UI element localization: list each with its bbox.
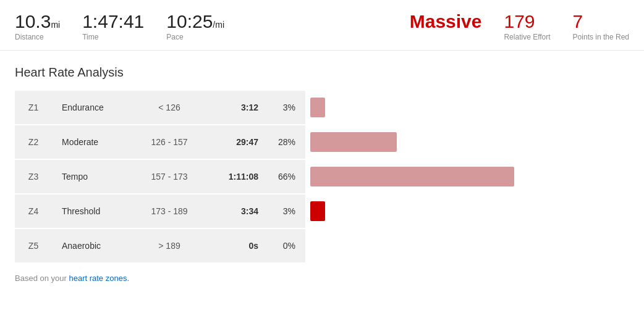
heart-rate-zones-link[interactable]: heart rate zones. [69,274,129,283]
table-row: Z5 Anaerobic > 189 0s 0% [15,229,629,262]
zone-pct: 3% [268,195,305,229]
pace-number: 10:25 [166,11,213,31]
table-row: Z4 Threshold 173 - 189 3:34 3% [15,195,629,229]
zone-bar-cell [305,160,629,195]
zone-name: Moderate [52,125,132,160]
stat-time: 1:47:41 Time [82,11,144,41]
zone-bar-container [310,229,629,262]
table-row: Z3 Tempo 157 - 173 1:11:08 66% [15,160,629,195]
stat-relative-effort: 179 Relative Effort [504,11,550,41]
zone-bar-cell [305,195,629,229]
points-red-value: 7 [573,11,629,31]
zone-time: 1:11:08 [206,160,268,195]
zone-pct: 0% [268,229,305,262]
pace-label: Pace [166,33,224,41]
zone-bar-cell [305,125,629,160]
massive-label: Massive [410,11,482,31]
points-red-label: Points in the Red [573,33,629,41]
zone-bar-cell [305,91,629,125]
zone-label: Z3 [15,160,52,195]
zone-bar-container [310,125,629,159]
distance-value: 10.3mi [15,11,60,31]
zone-range: 173 - 189 [132,195,206,229]
zone-range: > 189 [132,229,206,262]
stat-points-red: 7 Points in the Red [573,11,629,41]
stat-distance: 10.3mi Distance [15,11,60,41]
time-value: 1:47:41 [82,11,144,31]
header-right: Massive 179 Relative Effort 7 Points in … [410,11,629,41]
distance-number: 10.3 [15,11,51,31]
distance-unit: mi [51,20,60,30]
header: 10.3mi Distance 1:47:41 Time 10:25/mi Pa… [0,0,644,51]
footer-note: Based on your heart rate zones. [15,274,629,283]
table-row: Z1 Endurance < 126 3:12 3% [15,91,629,125]
zone-bar-container [310,91,629,124]
zone-name: Tempo [52,160,132,195]
zone-range: 157 - 173 [132,160,206,195]
header-stats: 10.3mi Distance 1:47:41 Time 10:25/mi Pa… [15,11,410,41]
zone-label: Z2 [15,125,52,160]
zone-bar-container [310,160,629,193]
main-content: Heart Rate Analysis Z1 Endurance < 126 3… [0,51,644,293]
zone-time: 3:12 [206,91,268,125]
pace-value: 10:25/mi [166,11,224,31]
footer-text: Based on your [15,274,69,283]
pace-unit: /mi [213,20,224,30]
zone-bar-container [310,195,629,228]
zone-range: < 126 [132,91,206,125]
zone-name: Threshold [52,195,132,229]
zone-bar-cell [305,229,629,262]
distance-label: Distance [15,33,60,41]
zone-name: Endurance [52,91,132,125]
zone-name: Anaerobic [52,229,132,262]
zone-pct: 28% [268,125,305,160]
zone-label: Z1 [15,91,52,125]
table-row: Z2 Moderate 126 - 157 29:47 28% [15,125,629,160]
zone-time: 29:47 [206,125,268,160]
time-label: Time [82,33,144,41]
zone-time: 0s [206,229,268,262]
heart-rate-table: Z1 Endurance < 126 3:12 3% Z2 Moderate 1… [15,91,629,262]
zone-time: 3:34 [206,195,268,229]
relative-effort-value: 179 [504,11,550,31]
zone-pct: 66% [268,160,305,195]
section-title: Heart Rate Analysis [15,65,629,80]
relative-effort-label: Relative Effort [504,33,550,41]
stat-pace: 10:25/mi Pace [166,11,224,41]
zone-label: Z4 [15,195,52,229]
zone-range: 126 - 157 [132,125,206,160]
zone-label: Z5 [15,229,52,262]
stat-massive: Massive [410,11,482,31]
zone-pct: 3% [268,91,305,125]
